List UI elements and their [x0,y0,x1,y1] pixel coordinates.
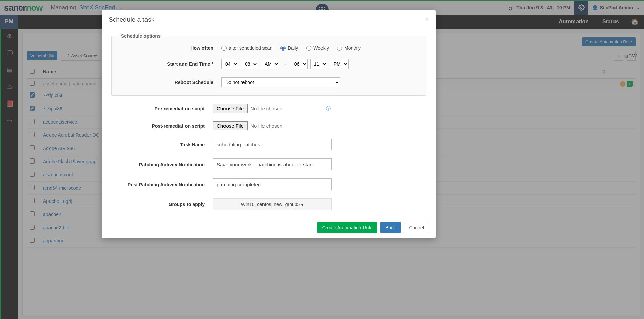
close-icon[interactable]: × [425,16,429,23]
modal-title: Schedule a task [109,16,154,23]
modal-overlay: Schedule a task × Schedule options How o… [0,0,644,29]
schedule-task-modal: Schedule a task × Schedule options How o… [102,10,436,29]
